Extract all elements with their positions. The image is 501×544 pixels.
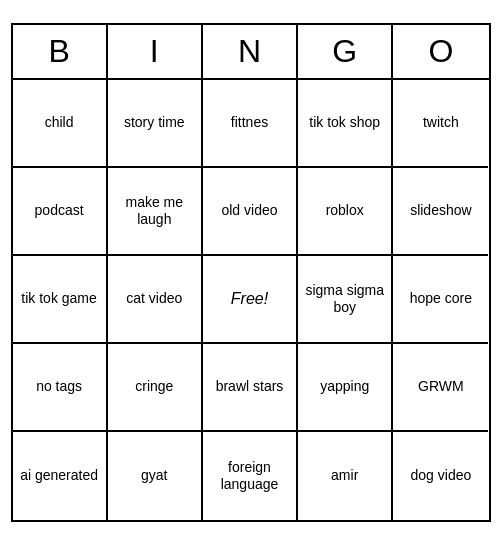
bingo-cell-r1c1[interactable]: child (13, 80, 108, 168)
bingo-cell-text-r2c4: roblox (326, 202, 364, 219)
bingo-cell-r4c4[interactable]: yapping (298, 344, 393, 432)
bingo-cell-r5c2[interactable]: gyat (108, 432, 203, 520)
bingo-cell-r1c4[interactable]: tik tok shop (298, 80, 393, 168)
bingo-cell-r4c5[interactable]: GRWM (393, 344, 488, 432)
bingo-cell-r5c4[interactable]: amir (298, 432, 393, 520)
bingo-card: BINGO childstory timefittnestik tok shop… (11, 23, 491, 522)
bingo-letter-O: O (393, 25, 488, 78)
bingo-cell-r2c5[interactable]: slideshow (393, 168, 488, 256)
bingo-cell-text-r4c2: cringe (135, 378, 173, 395)
bingo-cell-text-r3c5: hope core (410, 290, 472, 307)
bingo-cell-text-r1c5: twitch (423, 114, 459, 131)
bingo-cell-r4c3[interactable]: brawl stars (203, 344, 298, 432)
bingo-letter-B: B (13, 25, 108, 78)
bingo-cell-r4c2[interactable]: cringe (108, 344, 203, 432)
bingo-grid: childstory timefittnestik tok shoptwitch… (13, 80, 489, 520)
bingo-cell-text-r5c4: amir (331, 467, 358, 484)
bingo-cell-r2c1[interactable]: podcast (13, 168, 108, 256)
bingo-letter-G: G (298, 25, 393, 78)
bingo-letter-N: N (203, 25, 298, 78)
bingo-cell-text-r3c3: Free! (231, 289, 268, 308)
bingo-letter-I: I (108, 25, 203, 78)
bingo-cell-r3c5[interactable]: hope core (393, 256, 488, 344)
bingo-cell-text-r4c5: GRWM (418, 378, 464, 395)
bingo-cell-text-r1c4: tik tok shop (309, 114, 380, 131)
bingo-cell-text-r4c4: yapping (320, 378, 369, 395)
bingo-cell-text-r1c3: fittnes (231, 114, 268, 131)
bingo-cell-r2c3[interactable]: old video (203, 168, 298, 256)
bingo-cell-r3c1[interactable]: tik tok game (13, 256, 108, 344)
bingo-cell-text-r5c2: gyat (141, 467, 167, 484)
bingo-cell-text-r5c3: foreign language (207, 459, 292, 493)
bingo-cell-r5c5[interactable]: dog video (393, 432, 488, 520)
bingo-cell-text-r2c3: old video (221, 202, 277, 219)
bingo-cell-r5c1[interactable]: ai generated (13, 432, 108, 520)
bingo-cell-text-r2c1: podcast (35, 202, 84, 219)
bingo-cell-r1c3[interactable]: fittnes (203, 80, 298, 168)
bingo-cell-r1c2[interactable]: story time (108, 80, 203, 168)
bingo-cell-text-r5c5: dog video (411, 467, 472, 484)
bingo-header: BINGO (13, 25, 489, 80)
bingo-cell-r3c3[interactable]: Free! (203, 256, 298, 344)
bingo-cell-text-r2c5: slideshow (410, 202, 471, 219)
bingo-cell-text-r3c1: tik tok game (21, 290, 96, 307)
bingo-cell-r1c5[interactable]: twitch (393, 80, 488, 168)
bingo-cell-text-r1c2: story time (124, 114, 185, 131)
bingo-cell-r3c2[interactable]: cat video (108, 256, 203, 344)
bingo-cell-text-r2c2: make me laugh (112, 194, 197, 228)
bingo-cell-text-r5c1: ai generated (20, 467, 98, 484)
bingo-cell-r3c4[interactable]: sigma sigma boy (298, 256, 393, 344)
bingo-cell-r5c3[interactable]: foreign language (203, 432, 298, 520)
bingo-cell-r4c1[interactable]: no tags (13, 344, 108, 432)
bingo-cell-r2c4[interactable]: roblox (298, 168, 393, 256)
bingo-cell-text-r3c4: sigma sigma boy (302, 282, 387, 316)
bingo-cell-text-r3c2: cat video (126, 290, 182, 307)
bingo-cell-text-r4c1: no tags (36, 378, 82, 395)
bingo-cell-text-r1c1: child (45, 114, 74, 131)
bingo-cell-text-r4c3: brawl stars (216, 378, 284, 395)
bingo-cell-r2c2[interactable]: make me laugh (108, 168, 203, 256)
